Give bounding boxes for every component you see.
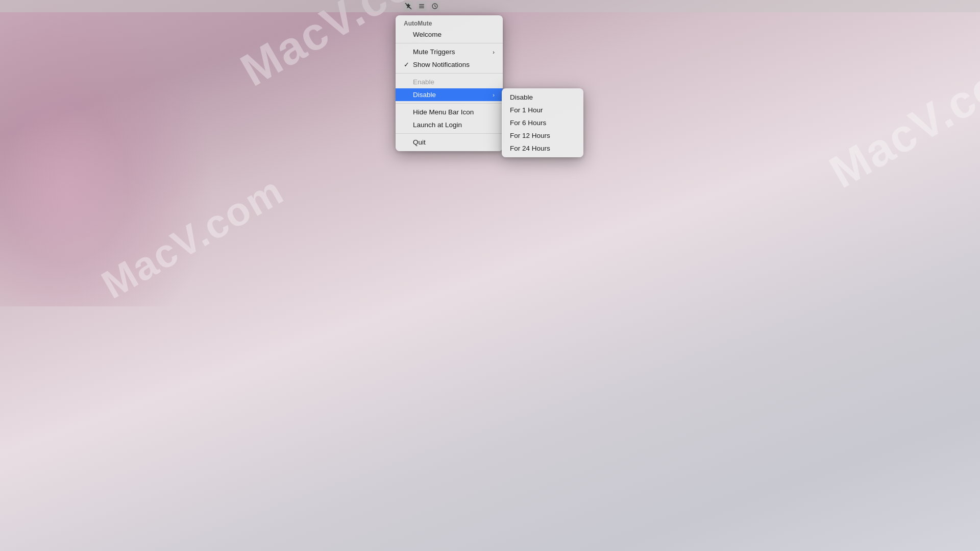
disable-chevron: ›	[482, 92, 495, 98]
menu-item-hide-menu-bar-icon[interactable]: Hide Menu Bar Icon	[396, 106, 503, 118]
menu-item-enable: Enable	[396, 76, 503, 88]
automute-menubar-icon[interactable]	[403, 1, 413, 11]
menu-item-disable[interactable]: Disable ›	[396, 88, 503, 101]
menubar-icon-3[interactable]	[430, 1, 440, 11]
hide-menubar-label: Hide Menu Bar Icon	[413, 108, 474, 116]
menubar-icon-2[interactable]	[416, 1, 427, 11]
svg-rect-3	[419, 8, 424, 9]
menu-item-launch-at-login[interactable]: Launch at Login	[396, 118, 503, 131]
sub-for-6-hours-label: For 6 Hours	[510, 119, 546, 127]
show-notifications-checkmark: ✓	[404, 61, 411, 68]
svg-rect-2	[419, 6, 424, 7]
show-notifications-label: Show Notifications	[413, 61, 470, 68]
disable-submenu: Disable For 1 Hour For 6 Hours For 12 Ho…	[502, 88, 583, 157]
submenu-item-for-1-hour[interactable]: For 1 Hour	[502, 104, 583, 116]
sub-for-12-hours-label: For 12 Hours	[510, 132, 550, 139]
disable-submenu-wrapper: Disable › Disable For 1 Hour For 6 Hours…	[396, 88, 503, 101]
sub-for-1-hour-label: For 1 Hour	[510, 106, 543, 114]
flower-decoration	[0, 0, 214, 306]
sub-for-24-hours-label: For 24 Hours	[510, 145, 550, 152]
svg-rect-1	[419, 4, 424, 5]
submenu-item-disable[interactable]: Disable	[502, 91, 583, 104]
menu-item-mute-triggers[interactable]: Mute Triggers ›	[396, 45, 503, 58]
menu-item-welcome[interactable]: Welcome	[396, 28, 503, 41]
separator-4	[396, 133, 503, 134]
menu-bar	[0, 0, 980, 12]
separator-2	[396, 73, 503, 74]
sub-disable-label: Disable	[510, 93, 533, 101]
context-menu-wrapper: AutoMute Welcome Mute Triggers › ✓ Show …	[396, 15, 503, 151]
menu-header: AutoMute	[396, 18, 503, 28]
separator-3	[396, 103, 503, 104]
submenu-item-for-12-hours[interactable]: For 12 Hours	[502, 129, 583, 142]
separator-1	[396, 43, 503, 43]
menu-item-show-notifications[interactable]: ✓ Show Notifications	[396, 58, 503, 71]
menubar-icons-area	[403, 1, 440, 11]
launch-at-login-label: Launch at Login	[413, 121, 462, 129]
context-menu: AutoMute Welcome Mute Triggers › ✓ Show …	[396, 15, 503, 151]
welcome-label: Welcome	[413, 31, 442, 38]
enable-label: Enable	[413, 78, 434, 86]
submenu-item-for-24-hours[interactable]: For 24 Hours	[502, 142, 583, 155]
menu-item-quit[interactable]: Quit	[396, 136, 503, 149]
mute-triggers-chevron: ›	[482, 49, 495, 55]
submenu-item-for-6-hours[interactable]: For 6 Hours	[502, 116, 583, 129]
quit-label: Quit	[413, 138, 426, 146]
disable-label: Disable	[413, 91, 436, 99]
mute-triggers-label: Mute Triggers	[413, 48, 455, 56]
